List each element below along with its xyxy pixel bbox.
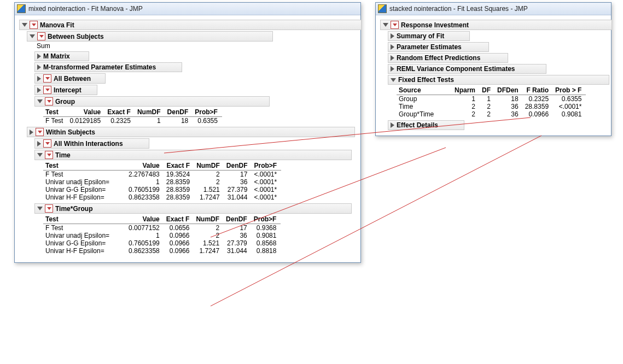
section-label: Random Effect Predictions: [397, 54, 480, 62]
section-random-effect-predictions[interactable]: Random Effect Predictions: [388, 53, 508, 63]
table-row: F Test 0.0129185 0.2325 1 18 0.6355: [43, 117, 222, 125]
disclosure-closed-icon[interactable]: [37, 87, 41, 93]
hotspot-icon[interactable]: [45, 151, 53, 159]
section-between-subjects[interactable]: Between Subjects: [27, 31, 273, 42]
section-label: Manova Fit: [40, 21, 74, 29]
left-content: Manova Fit Between Subjects Sum M Matrix…: [15, 15, 360, 262]
sum-label: Sum: [27, 42, 356, 50]
section-label: Fixed Effect Tests: [398, 76, 454, 84]
least-squares-window: stacked nointeraction - Fit Least Square…: [375, 2, 612, 136]
jmp-icon: [17, 4, 26, 13]
section-fixed-effect-tests[interactable]: Fixed Effect Tests: [388, 75, 609, 85]
section-label: All Between: [54, 75, 91, 83]
table-row: F Test0.00771520.06562170.9368: [43, 224, 281, 232]
section-label: Summary of Fit: [397, 32, 444, 40]
hotspot-icon[interactable]: [43, 86, 51, 94]
section-intercept[interactable]: Intercept: [34, 85, 97, 95]
disclosure-open-icon[interactable]: [30, 34, 35, 38]
col-test: Test: [43, 108, 67, 117]
table-row: Univar H-F Epsilon=0.862335828.83591.724…: [43, 193, 281, 201]
section-label: M Matrix: [43, 52, 70, 60]
section-label: Intercept: [54, 86, 81, 94]
col-dendf: DenDF: [165, 108, 193, 117]
section-time[interactable]: Time: [34, 150, 352, 160]
table-row: Group*Time22360.09660.9081: [397, 110, 586, 118]
section-label: Group: [55, 98, 75, 105]
jmp-icon: [378, 4, 387, 13]
section-m-matrix[interactable]: M Matrix: [34, 51, 89, 61]
section-m-transformed[interactable]: M-transformed Parameter Estimates: [34, 62, 182, 72]
section-label: All Within Interactions: [54, 140, 123, 148]
section-label: M-transformed Parameter Estimates: [43, 63, 156, 71]
hotspot-icon[interactable]: [30, 21, 38, 29]
section-label: Parameter Estimates: [397, 43, 462, 51]
hotspot-icon[interactable]: [45, 97, 53, 105]
section-response-investment[interactable]: Response Investment: [380, 20, 612, 30]
table-row: Univar G-G Epsilon=0.76051990.09661.5212…: [43, 239, 281, 247]
disclosure-open-icon[interactable]: [22, 23, 27, 27]
disclosure-closed-icon[interactable]: [30, 130, 33, 135]
section-time-group[interactable]: Time*Group: [34, 203, 352, 214]
disclosure-closed-icon[interactable]: [391, 122, 394, 128]
disclosure-open-icon[interactable]: [37, 153, 43, 157]
section-label: Time*Group: [55, 205, 92, 213]
section-label: REML Variance Component Estimates: [397, 65, 515, 73]
disclosure-closed-icon[interactable]: [391, 55, 394, 61]
table-row: F Test2.276748319.3524217<.0001*: [43, 171, 281, 179]
window-title: mixed nointeraction - Fit Manova - JMP: [28, 5, 143, 13]
group-ftest-table: Test Value Exact F NumDF DenDF Prob>F F …: [43, 108, 222, 125]
table-row: Univar unadj Epsilon=128.8359236<.0001*: [43, 178, 281, 186]
timegroup-table: Test Value Exact F NumDF DenDF Prob>F F …: [43, 215, 281, 255]
section-summary-of-fit[interactable]: Summary of Fit: [388, 31, 470, 41]
hotspot-icon[interactable]: [37, 32, 45, 40]
section-label: Effect Details: [397, 121, 438, 129]
disclosure-open-icon[interactable]: [391, 78, 396, 82]
col-numdf: NumDF: [135, 108, 165, 117]
section-label: Time: [55, 151, 71, 159]
disclosure-closed-icon[interactable]: [391, 44, 394, 50]
hotspot-icon[interactable]: [43, 74, 51, 83]
disclosure-closed-icon[interactable]: [37, 76, 41, 81]
right-content: Response Investment Summary of Fit Param…: [376, 15, 611, 136]
section-group[interactable]: Group: [34, 96, 270, 107]
disclosure-closed-icon[interactable]: [391, 66, 394, 72]
time-table: Test Value Exact F NumDF DenDF Prob>F F …: [43, 161, 281, 201]
titlebar-left[interactable]: mixed nointeraction - Fit Manova - JMP: [15, 3, 360, 15]
section-effect-details[interactable]: Effect Details: [388, 120, 464, 130]
section-manova-fit[interactable]: Manova Fit: [19, 20, 362, 30]
section-reml-variance[interactable]: REML Variance Component Estimates: [388, 64, 546, 74]
titlebar-right[interactable]: stacked nointeraction - Fit Least Square…: [376, 3, 611, 15]
table-row: Group11180.23250.6355: [397, 95, 586, 103]
hotspot-icon[interactable]: [43, 139, 51, 148]
disclosure-closed-icon[interactable]: [37, 54, 41, 59]
disclosure-open-icon[interactable]: [37, 99, 43, 103]
section-within-subjects[interactable]: Within Subjects: [27, 127, 355, 137]
window-title: stacked nointeraction - Fit Least Square…: [389, 5, 528, 13]
col-probf: Prob>F: [193, 108, 222, 117]
disclosure-open-icon[interactable]: [37, 207, 43, 210]
hotspot-icon[interactable]: [36, 128, 44, 136]
fixed-effect-table: Source Nparm DF DFDen F Ratio Prob > F G…: [397, 86, 586, 118]
section-all-between[interactable]: All Between: [34, 73, 106, 84]
col-exactf: Exact F: [105, 108, 135, 117]
hotspot-icon[interactable]: [45, 204, 53, 213]
section-label: Between Subjects: [48, 33, 104, 40]
table-row: Univar G-G Epsilon=0.760519928.83591.521…: [43, 186, 281, 193]
table-row: Univar H-F Epsilon=0.86233580.09661.7247…: [43, 247, 281, 255]
section-all-within-interactions[interactable]: All Within Interactions: [34, 138, 149, 149]
disclosure-open-icon[interactable]: [383, 23, 388, 27]
table-row: Time223628.8359<.0001*: [397, 103, 586, 110]
disclosure-closed-icon[interactable]: [391, 33, 394, 39]
disclosure-closed-icon[interactable]: [37, 141, 41, 146]
hotspot-icon[interactable]: [391, 21, 399, 29]
section-label: Response Investment: [401, 21, 469, 29]
col-value: Value: [67, 108, 105, 117]
table-row: Univar unadj Epsilon=10.09662360.9081: [43, 232, 281, 239]
section-parameter-estimates[interactable]: Parameter Estimates: [388, 42, 489, 52]
manova-window: mixed nointeraction - Fit Manova - JMP M…: [14, 2, 361, 263]
disclosure-closed-icon[interactable]: [37, 64, 41, 70]
section-label: Within Subjects: [46, 128, 95, 136]
